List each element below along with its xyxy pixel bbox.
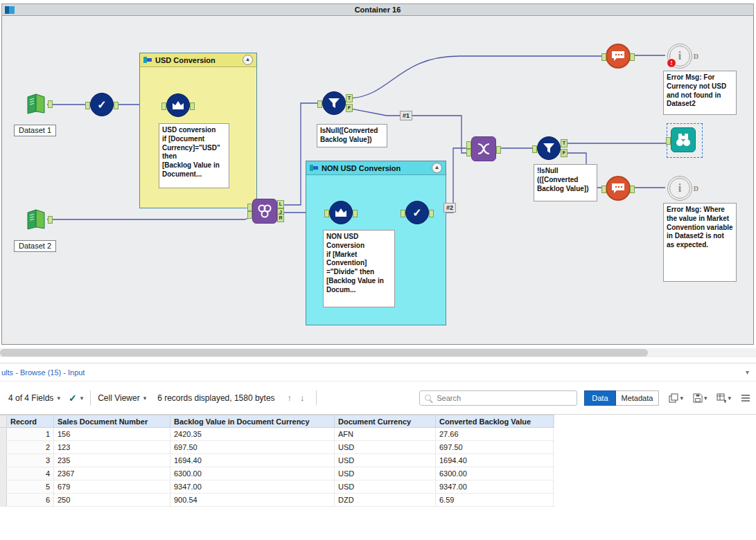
container-usd-header[interactable]: USD Conversion [140, 53, 256, 67]
tool-label-dataset2[interactable]: Dataset 2 [14, 240, 56, 252]
annotation-usd-formula[interactable]: USD conversion if [Document Currency]="U… [159, 123, 229, 188]
table-row[interactable]: 4 2367 6300.00 USD 6300.00 [0, 467, 554, 480]
arrow-down-icon[interactable] [300, 393, 305, 403]
browse-tool[interactable] [671, 127, 696, 152]
col-header-converted-backlog-value[interactable]: Converted Backlog Value [436, 415, 554, 427]
join-tool[interactable]: L J R [252, 199, 277, 224]
input-anchor[interactable] [601, 186, 606, 193]
cell-record[interactable]: 4 [7, 467, 54, 480]
input-anchor-left[interactable] [247, 204, 252, 211]
copy-dropdown-button[interactable] [669, 393, 683, 403]
save-dropdown-button[interactable] [693, 393, 707, 403]
cell-backlog-value[interactable]: 900.54 [170, 494, 335, 506]
formula-tool-non-usd[interactable] [329, 201, 353, 224]
input-tool-dataset2[interactable] [25, 208, 47, 234]
info-message-icon-1[interactable]: i ! D [667, 44, 692, 69]
col-header-document-currency[interactable]: Document Currency [335, 415, 436, 427]
output-anchor[interactable] [190, 102, 195, 110]
cell-doc-currency[interactable]: USD [335, 480, 436, 493]
message-tool-1[interactable] [606, 44, 631, 69]
input-anchor[interactable] [401, 210, 405, 217]
cell-sales-doc[interactable]: 679 [54, 480, 170, 493]
input-anchor-2[interactable] [466, 149, 471, 156]
input-tool-dataset1[interactable] [25, 92, 47, 118]
output-anchor[interactable] [630, 186, 635, 193]
cell-converted-value[interactable]: 27.66 [436, 428, 554, 440]
arrow-up-icon[interactable] [288, 393, 292, 403]
cell-doc-currency[interactable]: USD [335, 454, 436, 467]
cell-sales-doc[interactable]: 123 [54, 441, 170, 453]
table-row[interactable]: 5 679 9347.00 USD 9347.00 [0, 480, 554, 494]
search-input[interactable] [435, 393, 572, 403]
input-anchor[interactable] [85, 102, 90, 109]
tool-label-dataset1[interactable]: Dataset 1 [14, 125, 56, 136]
cell-record[interactable]: 5 [7, 480, 54, 493]
input-anchor-right[interactable] [247, 211, 252, 219]
cell-record[interactable]: 3 [7, 454, 54, 467]
cell-sales-doc[interactable]: 250 [54, 494, 170, 506]
col-header-backlog-value[interactable]: Backlog Value in Document Currency [170, 415, 335, 427]
output-anchor[interactable] [114, 102, 118, 109]
apply-checkmark-dropdown[interactable] [69, 393, 83, 404]
table-row[interactable]: 1 156 2420.35 AFN 27.66 [0, 428, 554, 441]
cell-converted-value[interactable]: 1694.40 [436, 454, 554, 467]
annotation-non-usd-formula[interactable]: NON USD Conversion if [Market Convention… [323, 230, 395, 307]
output-anchor-true[interactable]: T [561, 139, 568, 147]
output-anchor-false[interactable]: F [561, 149, 568, 157]
info-message-icon-2[interactable]: i D [667, 176, 692, 201]
scrollbar-thumb[interactable] [0, 349, 648, 357]
output-anchor[interactable] [353, 210, 358, 217]
data-tab-button[interactable]: Data [584, 390, 615, 406]
search-box[interactable] [419, 390, 577, 406]
workflow-canvas[interactable]: USD Conversion NON USD Conversion Datase… [1, 16, 754, 345]
cell-doc-currency[interactable]: USD [335, 467, 436, 480]
formula-tool-usd[interactable] [166, 93, 190, 117]
select-tool-2[interactable] [405, 201, 429, 224]
input-anchor[interactable] [666, 137, 671, 145]
input-anchor[interactable] [532, 145, 537, 153]
cell-converted-value[interactable]: 6300.00 [436, 467, 554, 480]
col-header-sales-document-number[interactable]: Sales Document Number [54, 415, 170, 427]
message-tool-2[interactable] [606, 176, 631, 201]
cell-backlog-value[interactable]: 2420.35 [170, 428, 335, 440]
cell-converted-value[interactable]: 697.50 [436, 441, 554, 453]
cell-sales-doc[interactable]: 235 [54, 454, 170, 467]
annotation-isnull-filter[interactable]: IsNull([Converted Backlog Value]) [317, 124, 387, 147]
cell-sales-doc[interactable]: 2367 [54, 467, 170, 480]
cell-viewer-dropdown[interactable]: Cell Viewer [98, 393, 146, 403]
cell-backlog-value[interactable]: 6300.00 [170, 467, 335, 480]
cell-doc-currency[interactable]: AFN [335, 428, 436, 440]
input-anchor-1[interactable] [466, 141, 471, 149]
table-row[interactable]: 6 250 900.54 DZD 6.59 [0, 494, 554, 507]
collapse-icon[interactable] [243, 55, 253, 65]
output-anchor[interactable] [429, 210, 434, 217]
select-tool-1[interactable] [90, 93, 114, 116]
menu-button[interactable] [741, 394, 750, 402]
annotation-error-bottom[interactable]: Error Msg: Where the value in Market Con… [663, 203, 737, 282]
cell-record[interactable]: 2 [7, 441, 54, 453]
cell-converted-value[interactable]: 6.59 [436, 494, 554, 506]
cell-doc-currency[interactable]: USD [335, 441, 436, 453]
filter-tool-2[interactable]: T F [537, 136, 561, 160]
input-anchor[interactable] [317, 100, 322, 108]
output-anchor[interactable] [630, 53, 635, 61]
table-row[interactable]: 3 235 1694.40 USD 1694.40 [0, 454, 554, 467]
output-anchor-l[interactable]: L [277, 200, 284, 208]
new-window-dropdown-button[interactable] [717, 393, 731, 403]
cell-converted-value[interactable]: 9347.00 [436, 480, 554, 493]
output-anchor-true[interactable]: T [346, 94, 353, 102]
annotation-not-isnull-filter[interactable]: !IsNull (([Converted Backlog Value]) [534, 164, 597, 201]
input-anchor[interactable] [324, 210, 329, 217]
input-anchor[interactable] [161, 102, 166, 110]
cell-record[interactable]: 1 [7, 428, 54, 440]
table-row[interactable]: 2 123 697.50 USD 697.50 [0, 441, 554, 454]
filter-tool-1[interactable]: T F [322, 91, 346, 115]
output-anchor-false[interactable]: F [346, 104, 353, 112]
fields-dropdown[interactable]: 4 of 4 Fields [8, 393, 60, 403]
chevron-down-icon[interactable] [746, 368, 749, 376]
output-anchor[interactable] [48, 216, 53, 224]
cell-backlog-value[interactable]: 9347.00 [170, 480, 335, 493]
cell-doc-currency[interactable]: DZD [335, 494, 436, 506]
container-titlebar[interactable]: Container 16 [1, 3, 754, 16]
canvas-horizontal-scrollbar[interactable] [0, 348, 756, 357]
